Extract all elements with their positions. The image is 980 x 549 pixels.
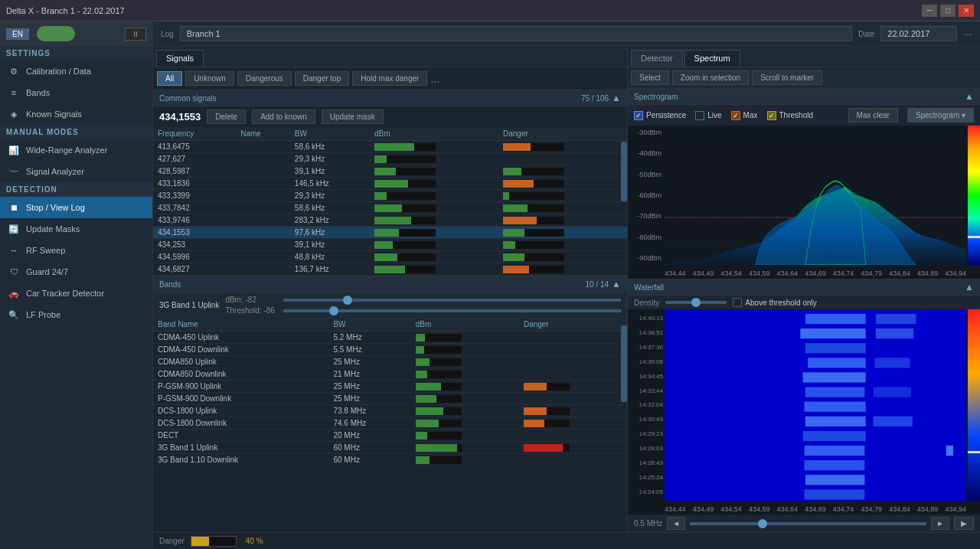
max-checkbox[interactable]: Max — [731, 111, 758, 120]
svg-rect-27 — [946, 446, 953, 456]
table-row[interactable]: 434,253 39,1 kHz — [153, 239, 627, 251]
table-row[interactable]: 3G Band 1 Uplink 60 MHz — [153, 442, 627, 454]
sidebar-item-update-masks[interactable]: 🔄 Update Masks — [0, 218, 152, 240]
table-row[interactable]: CDMA-450 Downlink 5.5 MHz — [153, 344, 627, 356]
table-row[interactable]: DCS-1800 Downlink 74.6 MHz — [153, 417, 627, 430]
scroll-marker-button[interactable]: Scroll to marker — [752, 70, 822, 85]
table-row[interactable]: CDMA-450 Uplink 5.2 MHz — [153, 332, 627, 344]
threshold-slider[interactable] — [283, 309, 621, 312]
waterfall-scale-needle — [968, 451, 980, 453]
signals-scrollbar[interactable] — [621, 142, 627, 201]
filter-unknown-button[interactable]: Unknown — [185, 71, 234, 86]
toggle-button[interactable] — [37, 26, 75, 41]
filter-danger-top-button[interactable]: Danger top — [295, 71, 349, 86]
live-checkbox[interactable]: Live — [695, 111, 721, 120]
sidebar-item-rf-sweep[interactable]: ↔ RF Sweep — [0, 240, 152, 261]
close-button[interactable]: ✕ — [959, 5, 974, 17]
zoom-right-button[interactable]: ► — [931, 517, 949, 530]
svg-rect-24 — [874, 417, 913, 426]
zoom-left-button[interactable]: ◄ — [667, 517, 685, 530]
table-row[interactable]: 433,9746 283,2 kHz — [153, 214, 627, 227]
waterfall-controls: Density Above threshold only — [628, 296, 980, 309]
tab-detector[interactable]: Detector — [631, 50, 683, 67]
table-row[interactable]: P-GSM-900 Uplink 25 MHz — [153, 381, 627, 393]
table-row[interactable]: P-GSM-900 Downlink 25 MHz — [153, 393, 627, 405]
maximize-button[interactable]: □ — [940, 5, 956, 17]
table-row[interactable]: CDMA850 Uplink 25 MHz — [153, 356, 627, 368]
band-cell-name: 3G Band 1.10 Downlink — [153, 454, 328, 466]
max-clear-button[interactable]: Max clear — [848, 108, 898, 123]
table-row[interactable]: 434,6827 136,7 kHz — [153, 263, 627, 276]
spectrogram-collapse[interactable]: ▲ — [965, 91, 974, 102]
filter-all-button[interactable]: All — [157, 71, 182, 86]
persistence-checkbox[interactable]: Persistence — [634, 111, 686, 120]
band-cell-dbm — [411, 356, 519, 368]
sidebar-item-signal-analyzer[interactable]: 〰 Signal Analyzer — [0, 161, 152, 182]
cell-danger — [498, 214, 627, 227]
table-row[interactable]: 434,5996 48,8 kHz — [153, 251, 627, 263]
filter-dangerous-button[interactable]: Dangerous — [237, 71, 292, 86]
sidebar-item-car-tracker[interactable]: 🚗 Car Tracker Detector — [0, 283, 152, 304]
update-icon: 🔄 — [8, 223, 20, 235]
tab-signals[interactable]: Signals — [156, 50, 204, 67]
band-cell-bw: 21 MHz — [328, 368, 410, 381]
sidebar-item-lf-probe[interactable]: 🔍 LF Probe — [0, 304, 152, 325]
bands-collapse[interactable]: ▲ — [612, 279, 621, 289]
waterfall-collapse[interactable]: ▲ — [965, 282, 974, 292]
table-row[interactable]: 433,1836 146,5 kHz — [153, 178, 627, 190]
waterfall-nav-button[interactable]: ▶ — [954, 517, 974, 530]
table-row[interactable]: DCS-1800 Uplink 73.8 MHz — [153, 405, 627, 417]
dbm-slider[interactable] — [283, 299, 621, 302]
table-row[interactable]: 427,627 29,3 kHz — [153, 153, 627, 165]
update-mask-button[interactable]: Update mask — [322, 109, 384, 124]
probe-icon: 🔍 — [8, 309, 20, 321]
sidebar-item-calibration[interactable]: ⚙ Calibration / Data — [0, 60, 152, 82]
signal-detail-row: 434,1553 Delete Add to known Update mask — [153, 106, 627, 127]
signals-tab-bar: Signals — [153, 47, 627, 67]
minimize-button[interactable]: ─ — [922, 5, 937, 17]
above-threshold-checkbox[interactable]: Above threshold only — [733, 298, 816, 307]
window-controls: ─ □ ✕ — [922, 5, 974, 17]
sidebar-item-bands[interactable]: ≡ Bands — [0, 82, 152, 103]
select-button[interactable]: Select — [631, 70, 669, 85]
log-input[interactable] — [180, 26, 853, 41]
cell-danger — [498, 227, 627, 239]
table-row[interactable]: 428,5987 39,1 kHz — [153, 165, 627, 178]
delete-button[interactable]: Delete — [207, 109, 246, 124]
band-cell-bw: 5.5 MHz — [328, 344, 410, 356]
log-more-button[interactable]: ··· — [963, 28, 972, 40]
band-cell-name: 3G Band 1 Uplink — [153, 442, 328, 454]
language-button[interactable]: EN — [6, 28, 29, 40]
filter-hold-max-button[interactable]: Hold max danger — [352, 71, 427, 86]
bands-scrollbar[interactable] — [621, 325, 627, 402]
date-input[interactable] — [880, 26, 957, 41]
add-to-known-button[interactable]: Add to known — [252, 109, 315, 124]
svg-rect-23 — [805, 417, 866, 426]
tab-spectrum[interactable]: Spectrum — [684, 50, 740, 67]
band-cell-danger — [519, 344, 627, 356]
table-row[interactable]: 434,1553 97,6 kHz — [153, 227, 627, 239]
common-signals-collapse[interactable]: ▲ — [612, 93, 621, 103]
table-row[interactable]: CDMA850 Downlink 21 MHz — [153, 368, 627, 381]
table-row[interactable]: 413,6475 58,6 kHz — [153, 141, 627, 153]
sidebar-item-stop-view[interactable]: ⏹ Stop / View Log — [0, 197, 152, 218]
density-slider[interactable] — [665, 301, 727, 304]
band-cell-danger — [519, 368, 627, 381]
threshold-checkbox[interactable]: Threshold — [767, 111, 813, 120]
table-row[interactable]: DECT 20 MHz — [153, 430, 627, 442]
table-row[interactable]: 3G Band 1.10 Downlink 60 MHz — [153, 454, 627, 466]
waterfall-header: Waterfall ▲ — [628, 279, 980, 296]
filter-more-button[interactable]: ... — [430, 71, 439, 86]
sidebar-item-wide-range[interactable]: 📊 Wide-Range Analyzer — [0, 139, 152, 161]
sidebar-item-known-signals[interactable]: ◈ Known Signals — [0, 103, 152, 125]
zoom-selection-button[interactable]: Zoom in selection — [672, 70, 749, 85]
rec-button[interactable]: ⏸ — [125, 28, 146, 41]
spectrogram-select-button[interactable]: Spectrogram ▾ — [907, 108, 974, 123]
zoom-slider[interactable] — [690, 522, 926, 525]
table-row[interactable]: 433,3399 29,3 kHz — [153, 190, 627, 202]
col-frequency: Frequency — [153, 127, 236, 141]
svg-rect-16 — [805, 343, 866, 353]
table-row[interactable]: 433,7842 58,6 kHz — [153, 202, 627, 214]
sidebar-item-guard[interactable]: 🛡 Guard 24/7 — [0, 261, 152, 283]
band-cell-bw: 25 MHz — [328, 356, 410, 368]
